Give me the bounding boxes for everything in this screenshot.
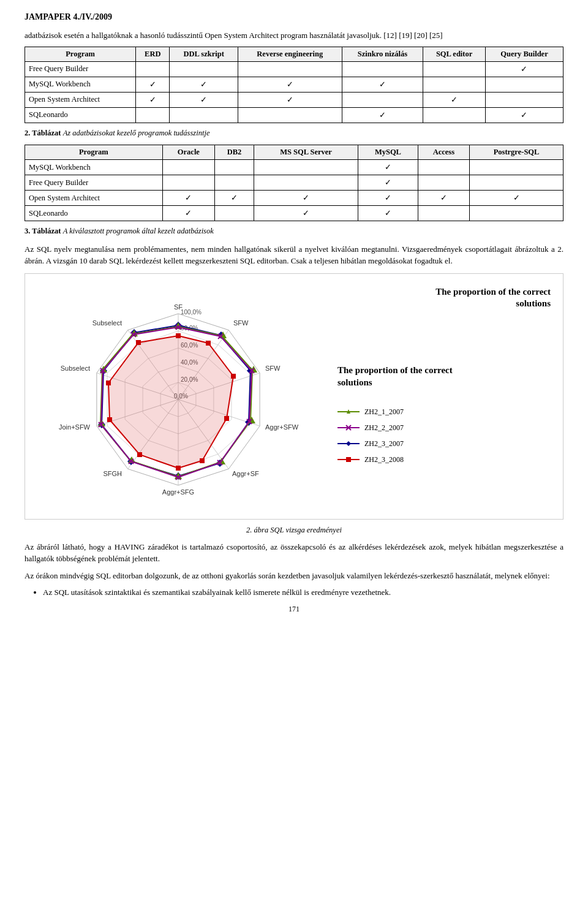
cell-qb (485, 92, 563, 107)
cell-name: SQLeonardo (25, 107, 136, 123)
cell-access: ✓ (418, 191, 469, 206)
cell-qb: ✓ (485, 61, 563, 77)
svg-rect-44 (346, 457, 351, 462)
body-text-1: Az ábráról látható, hogy a HAVING záradé… (24, 541, 564, 565)
cell-name: Open System Architect (25, 92, 136, 107)
cell-erd: ✓ (136, 77, 170, 92)
table-row: Open System Architect ✓ ✓ ✓ ✓ ✓ ✓ (25, 191, 564, 206)
cell-db2 (215, 206, 254, 221)
bullet-list: Az SQL utasítások szintaktikai és szeman… (43, 586, 564, 599)
col2-postgres: Postrgre-SQL (470, 145, 564, 160)
chart-title: The proportion of the correct solutions (416, 286, 551, 310)
col2-mysql: MySQL (358, 145, 418, 160)
legend-label-zh2-2: ZH2_2_2007 (364, 423, 404, 433)
section3-text: Az SQL nyelv megtanulása nem problémamen… (24, 243, 564, 267)
cell-name: Open System Architect (25, 191, 163, 206)
table2-caption: 3. Táblázat A kiválasztott programok ált… (24, 226, 564, 237)
table-row: MySQL Workbench ✓ (25, 160, 564, 175)
table-row: Free Query Builder ✓ (25, 61, 564, 77)
cell-postgres (470, 175, 564, 191)
marker (231, 374, 236, 379)
col2-mssql: MS SQL Server (254, 145, 358, 160)
cell-mysql: ✓ (358, 206, 418, 221)
body-text-2: Az órákon mindvégig SQL editorban dolgoz… (24, 570, 564, 582)
table1-caption: 2. Táblázat Az adatbázisokat kezelő prog… (24, 128, 564, 139)
cell-mysql: ✓ (358, 191, 418, 206)
cell-name: MySQL Workbench (25, 77, 136, 92)
cell-postgres (470, 160, 564, 175)
axis-label-sfw2: SFW (265, 365, 281, 372)
marker (206, 341, 211, 346)
axis-label-aggrsfg: Aggr+SFG (162, 488, 194, 496)
cell-rev: ✓ (238, 92, 342, 107)
cell-mysql: ✓ (358, 160, 418, 175)
legend-label-zh2-4: ZH2_3_2008 (364, 455, 404, 464)
cell-postgres (470, 206, 564, 221)
legend-item-zh2-3: ZH2_3_2007 (337, 439, 453, 449)
col-sql: SQL editor (423, 47, 486, 61)
intro-text: adatbázisok esetén a hallgatóknak a haso… (24, 29, 564, 42)
legend-item-zh2-1: ZH2_1_2007 (337, 407, 453, 417)
cell-postgres: ✓ (470, 191, 564, 206)
cell-rev: ✓ (238, 77, 342, 92)
cell-erd (136, 61, 170, 77)
radar-wrap: .axis-label { font-size: 11px; font-fami… (31, 280, 325, 513)
cell-name: Free Query Builder (25, 61, 136, 77)
cell-name: Free Query Builder (25, 175, 163, 191)
legend-item-zh2-4: ZH2_3_2008 (337, 455, 453, 464)
table-row: SQLeonardo ✓ ✓ (25, 107, 564, 123)
page-number: 171 (24, 605, 564, 614)
table1: Program ERD DDL szkript Reverse engine­e… (24, 47, 564, 123)
marker (176, 333, 181, 338)
col2-program: Program (25, 145, 163, 160)
axis-label-aggrsfw: Aggr+SFW (265, 423, 299, 431)
cell-sync (342, 92, 423, 107)
axis-label-sfw1: SFW (233, 319, 249, 327)
cell-mssql: ✓ (254, 191, 358, 206)
chart-legend: The proportion of the correct solutions … (337, 365, 453, 464)
col2-oracle: Oracle (162, 145, 215, 160)
cell-sync: ✓ (342, 107, 423, 123)
axis-label-subselect2: Subselect (92, 319, 122, 327)
cell-mysql: ✓ (358, 175, 418, 191)
cell-oracle (162, 175, 215, 191)
cell-db2: ✓ (215, 191, 254, 206)
cell-oracle (162, 160, 215, 175)
cell-mssql (254, 160, 358, 175)
cell-oracle: ✓ (162, 191, 215, 206)
axis-label-subselect1: Subselect (61, 365, 90, 372)
legend-label-zh2-1: ZH2_1_2007 (364, 407, 404, 417)
legend-item-zh2-2: ZH2_2_2007 (337, 423, 453, 433)
col-qb: Query Builder (485, 47, 563, 61)
cell-ddl (170, 107, 238, 123)
header-title: JAMPAPER 4./IV./2009 (24, 12, 564, 22)
figure-caption: 2. ábra SQL vizsga eredményei (24, 526, 564, 535)
cell-qb: ✓ (485, 107, 563, 123)
cell-sql: ✓ (423, 92, 486, 107)
axis-label-sfgh: SFGH (103, 470, 122, 477)
cell-qb (485, 77, 563, 92)
cell-rev (238, 107, 342, 123)
marker (136, 340, 141, 345)
cell-mssql: ✓ (254, 206, 358, 221)
cell-erd: ✓ (136, 92, 170, 107)
cell-db2 (215, 160, 254, 175)
cell-erd (136, 107, 170, 123)
cell-name: MySQL Workbench (25, 160, 163, 175)
cell-sync (342, 61, 423, 77)
marker (176, 466, 181, 471)
marker (224, 416, 229, 421)
cell-access (418, 206, 469, 221)
cell-ddl: ✓ (170, 77, 238, 92)
cell-sync: ✓ (342, 77, 423, 92)
axis-label-aggrsf: Aggr+SF (232, 470, 259, 477)
cell-name: SQLeonardo (25, 206, 163, 221)
table-row: Free Query Builder ✓ (25, 175, 564, 191)
table2: Program Oracle DB2 MS SQL Server MySQL A… (24, 145, 564, 221)
marker (137, 452, 142, 457)
chart-title-legend: The proportion of the correct solutions (337, 365, 453, 388)
marker (107, 417, 112, 422)
cell-ddl (170, 61, 238, 77)
col2-access: Access (418, 145, 469, 160)
cell-rev (238, 61, 342, 77)
